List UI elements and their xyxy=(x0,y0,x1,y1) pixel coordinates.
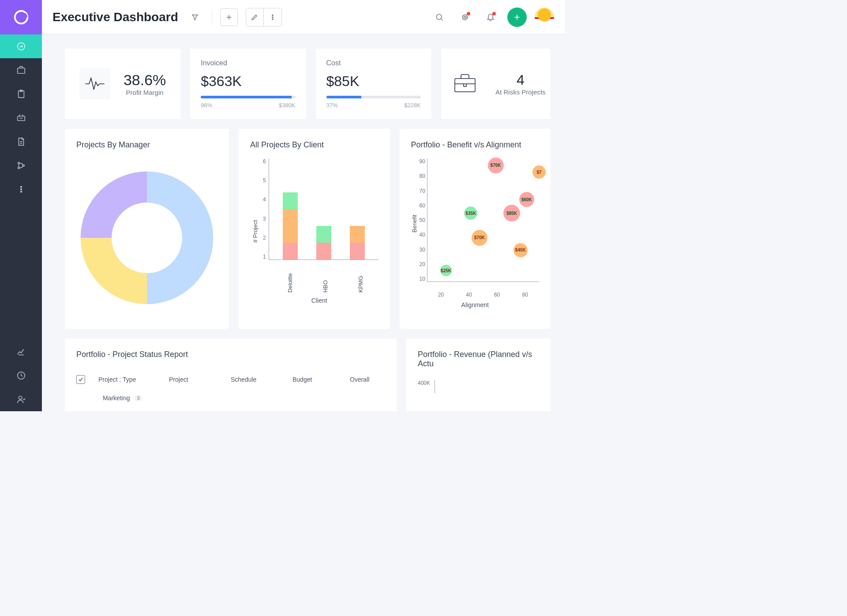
nav-time[interactable] xyxy=(0,364,42,387)
col-schedule[interactable]: Schedule xyxy=(231,376,279,383)
heartbeat-icon xyxy=(79,68,110,99)
y-ticks: 654 321 xyxy=(260,158,269,260)
kpi-profit-margin: 38.6% Profit Margin xyxy=(65,49,180,119)
app-logo[interactable] xyxy=(0,0,42,34)
bubble-point: $25K xyxy=(440,265,452,276)
x-axis-label: Client xyxy=(260,297,379,304)
bubble-point: $70K xyxy=(472,230,487,246)
table-group-row[interactable]: Marketing 3 xyxy=(76,388,385,402)
nav-analytics[interactable] xyxy=(0,340,42,364)
nav-people[interactable] xyxy=(0,387,42,411)
select-all-checkbox[interactable] xyxy=(76,375,85,384)
svg-point-15 xyxy=(272,16,273,17)
svg-rect-19 xyxy=(455,79,475,92)
kpi-cost: Cost $85K 37% $228K xyxy=(316,49,431,119)
svg-point-6 xyxy=(18,162,19,164)
chart-title: Projects By Manager xyxy=(76,140,217,150)
header: Executive Dashboard xyxy=(42,0,565,34)
chart-revenue: Portfolio - Revenue (Planned v/s Actu 40… xyxy=(406,338,551,411)
nav-resources[interactable] xyxy=(0,106,42,130)
briefcase-icon xyxy=(452,72,478,95)
chart-projects-by-client: All Projects By Client # Project 654 321 xyxy=(239,129,390,329)
svg-point-7 xyxy=(18,167,19,169)
table-header: Project : Type Project Schedule Budget O… xyxy=(76,371,385,388)
bubble-point: $35K xyxy=(464,207,477,220)
kpi-value: 38.6% xyxy=(124,71,166,89)
search-button[interactable] xyxy=(431,8,448,26)
kpi-label: Profit Margin xyxy=(124,89,166,96)
chart-projects-by-manager: Projects By Manager xyxy=(65,129,229,329)
kpi-risk: 4 At Risks Projects xyxy=(441,49,551,119)
nav-files[interactable] xyxy=(0,130,42,154)
mentions-button[interactable] xyxy=(456,8,474,26)
svg-point-9 xyxy=(20,186,22,188)
chart-title: Portfolio - Revenue (Planned v/s Actu xyxy=(418,350,539,368)
progress-total: $380K xyxy=(279,102,296,109)
y-tick: 400K xyxy=(418,380,430,393)
sidebar xyxy=(0,0,42,411)
add-widget-button[interactable] xyxy=(220,8,238,26)
menu-button[interactable] xyxy=(264,8,281,26)
bar-deloitte xyxy=(283,192,298,259)
donut-chart xyxy=(76,167,217,308)
divider xyxy=(212,9,212,25)
svg-point-14 xyxy=(272,15,273,15)
y-axis-label: # Project xyxy=(250,158,260,304)
table-title: Portfolio - Project Status Report xyxy=(76,350,385,359)
kpi-value: 4 xyxy=(495,72,545,88)
kpi-title: Invoiced xyxy=(201,59,295,67)
portfolio-status-table: Portfolio - Project Status Report Projec… xyxy=(65,338,397,411)
content: 38.6% Profit Margin Invoiced $363K 96% $… xyxy=(42,34,565,411)
col-overall[interactable]: Overall xyxy=(350,376,385,383)
kpi-title: Cost xyxy=(326,59,421,67)
nav-workflow[interactable] xyxy=(0,154,42,177)
svg-point-11 xyxy=(20,191,22,192)
edit-group xyxy=(246,8,282,26)
progress-pct: 96% xyxy=(201,102,212,109)
svg-point-10 xyxy=(20,189,22,190)
bubble-plot: $25K$35K$70K$70K$45K$85K$60K$7 xyxy=(427,158,539,282)
kpi-label: At Risks Projects xyxy=(495,88,545,96)
bubble-point: $85K xyxy=(503,205,520,222)
chart-benefit-alignment: Portfolio - Benefit v/s Alignment Benefi… xyxy=(400,129,551,329)
bubble-point: $7 xyxy=(532,165,546,179)
user-avatar[interactable] xyxy=(535,8,554,27)
nav-tasks[interactable] xyxy=(0,82,42,106)
nav-dashboard[interactable] xyxy=(0,34,42,58)
x-ticks: DeloitteHBOKPMG xyxy=(260,273,379,293)
bar-hbo xyxy=(316,226,331,259)
page-title: Executive Dashboard xyxy=(52,10,178,24)
edit-button[interactable] xyxy=(246,8,264,26)
progress-total: $228K xyxy=(404,102,421,109)
kpi-value: $363K xyxy=(201,73,295,90)
group-label: Marketing xyxy=(103,394,130,402)
nav-portfolio[interactable] xyxy=(0,58,42,82)
nav-more[interactable] xyxy=(0,177,42,201)
notifications-button[interactable] xyxy=(482,8,499,26)
create-button[interactable] xyxy=(507,8,527,27)
progress-bar xyxy=(326,96,421,98)
kpi-invoiced: Invoiced $363K 96% $380K xyxy=(190,49,306,119)
col-project-type[interactable]: Project : Type xyxy=(98,376,156,383)
y-ticks: 102030 405060 708090 xyxy=(418,158,427,282)
col-budget[interactable]: Budget xyxy=(292,376,337,383)
svg-point-16 xyxy=(272,19,273,19)
chart-title: All Projects By Client xyxy=(250,140,379,150)
y-axis-label: Benefit xyxy=(411,158,418,289)
svg-point-17 xyxy=(436,14,442,19)
progress-pct: 37% xyxy=(326,102,338,109)
col-project[interactable]: Project xyxy=(169,376,217,383)
bar-area xyxy=(269,158,379,260)
group-count: 3 xyxy=(134,395,142,401)
notification-dot xyxy=(492,12,496,15)
bubble-point: $60K xyxy=(519,192,534,207)
svg-rect-2 xyxy=(17,68,25,73)
bar-kpmg xyxy=(350,226,365,259)
bubble-point: $45K xyxy=(513,243,528,257)
filter-button[interactable] xyxy=(186,8,204,26)
x-axis-label: Alignment xyxy=(411,301,540,308)
notification-dot xyxy=(467,12,470,15)
chart-title: Portfolio - Benefit v/s Alignment xyxy=(411,140,540,150)
bubble-point: $70K xyxy=(488,158,504,173)
x-ticks: 20406080 xyxy=(411,292,540,298)
